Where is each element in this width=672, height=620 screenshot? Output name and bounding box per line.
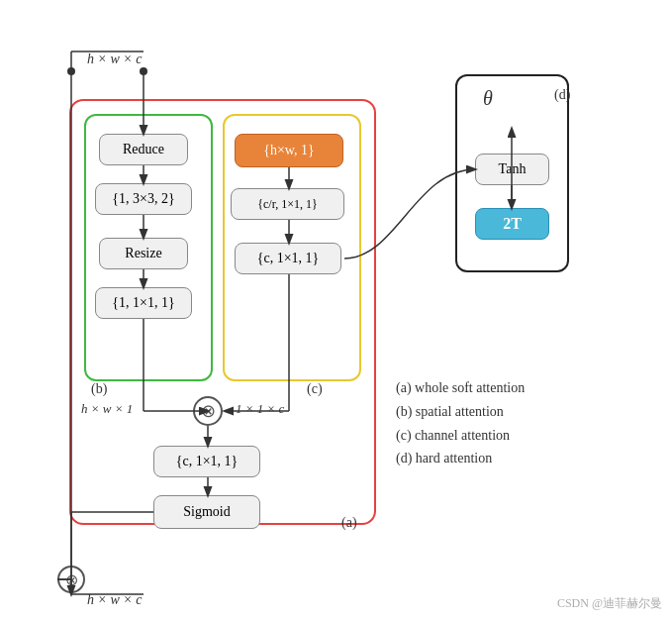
multiply-symbol: ⊗ bbox=[193, 396, 223, 426]
output-label: h × w × c bbox=[87, 592, 142, 608]
shape6-box: {c, 1×1, 1} bbox=[153, 446, 260, 477]
spatial-label: h × w × 1 bbox=[81, 401, 133, 417]
shape5-box: {c, 1×1, 1} bbox=[235, 243, 341, 274]
label-a: (a) bbox=[341, 515, 357, 531]
resize-box: Resize bbox=[99, 238, 188, 269]
watermark: CSDN @迪菲赫尔曼 bbox=[557, 595, 662, 612]
shape1-box: {1, 3×3, 2} bbox=[95, 183, 192, 215]
label-d: (d) bbox=[554, 87, 570, 103]
twot-box: 2T bbox=[475, 208, 549, 240]
input-label: h × w × c bbox=[87, 52, 142, 67]
reduce-box: Reduce bbox=[99, 134, 188, 165]
label-c: (c) bbox=[307, 381, 323, 397]
sigmoid-box: Sigmoid bbox=[153, 495, 260, 529]
label-b: (b) bbox=[91, 381, 107, 397]
legend: (a) whole soft attention (b) spatial att… bbox=[396, 376, 525, 470]
channel-label: 1 × 1 × c bbox=[236, 401, 284, 417]
shape2-box: {1, 1×1, 1} bbox=[95, 287, 192, 319]
shape4-box: {c/r, 1×1, 1} bbox=[231, 188, 344, 220]
svg-point-0 bbox=[140, 67, 147, 75]
shape3-box: {h×w, 1} bbox=[235, 134, 343, 167]
svg-point-16 bbox=[67, 67, 75, 75]
tanh-box: Tanh bbox=[475, 154, 549, 185]
bottom-multiply-symbol: ⊗ bbox=[57, 566, 85, 593]
theta-label: θ bbox=[483, 87, 493, 110]
